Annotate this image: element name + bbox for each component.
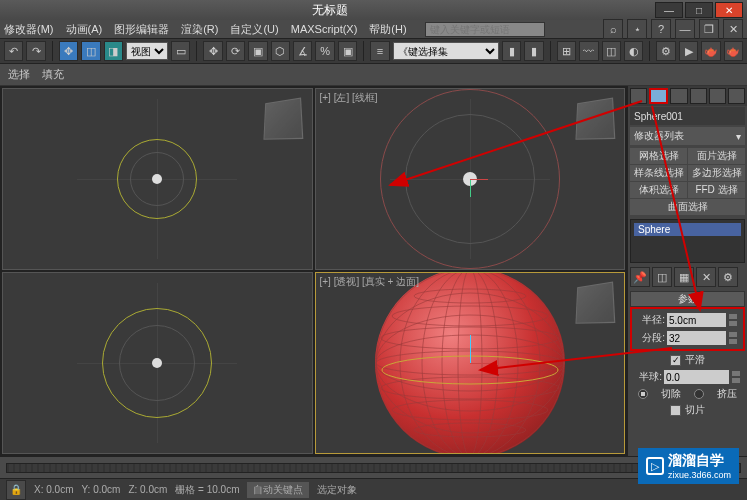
move-button[interactable]: ✥ [203,41,222,61]
percent-snap-button[interactable]: % [315,41,334,61]
menu-help[interactable]: 帮助(H) [369,22,406,37]
close-button[interactable]: ✕ [715,2,743,18]
teapot-icon[interactable]: 🫖 [724,41,743,61]
show-end-result-button[interactable]: ◫ [652,267,672,287]
scale-button[interactable]: ▣ [248,41,267,61]
lock-icon[interactable]: 🔒 [6,480,26,500]
face-select[interactable]: 面片选择 [688,148,745,164]
maximize-button[interactable]: □ [685,2,713,18]
command-panel: Sphere001 修改器列表 ▾ 网格选择 面片选择 样条线选择 多边形选择 … [627,86,747,456]
squash-radio[interactable] [694,389,704,399]
volume-select[interactable]: 体积选择 [630,182,687,198]
titlebar-icon[interactable]: ? [651,19,671,39]
watermark-brand: 溜溜自学 [668,452,731,470]
viewport-label[interactable]: [+] [左] [线框] [320,91,378,105]
toolbar-icon[interactable]: ▮ [524,41,543,61]
pin-stack-button[interactable]: 📌 [630,267,650,287]
menu-customize[interactable]: 自定义(U) [230,22,278,37]
timeline[interactable] [0,456,747,478]
segments-spinner[interactable] [728,331,738,345]
view-mode-select[interactable]: 视图 [126,42,168,60]
mirror-button[interactable]: ▣ [338,41,357,61]
fill-label: 填充 [42,67,64,82]
redo-button[interactable]: ↷ [26,41,45,61]
configure-button[interactable]: ⚙ [718,267,738,287]
angle-snap-button[interactable]: ∡ [293,41,312,61]
schematic-button[interactable]: ◫ [602,41,621,61]
menu-maxscript[interactable]: MAXScript(X) [291,23,358,35]
radius-spinner[interactable] [728,313,738,327]
unlink-button[interactable]: ◫ [81,41,100,61]
x-coord: X: 0.0cm [34,484,73,495]
make-unique-button[interactable]: ▦ [674,267,694,287]
slice-checkbox[interactable] [670,405,681,416]
titlebar-minimize2[interactable]: — [675,19,695,39]
selection-set-select[interactable]: 《键选择集 [393,42,499,60]
hemisphere-input[interactable]: 0.0 [664,370,729,384]
modify-tab[interactable] [649,88,668,104]
grid-size: 栅格 = 10.0cm [175,483,239,497]
rotate-button[interactable]: ⟳ [226,41,245,61]
selection-status: 选定对象 [317,483,357,497]
viewcube[interactable] [575,98,615,140]
viewcube[interactable] [263,98,303,140]
mesh-select[interactable]: 网格选择 [630,148,687,164]
viewport-left[interactable]: [+] [左] [线框] [315,88,626,270]
remove-modifier-button[interactable]: ✕ [696,267,716,287]
utilities-tab[interactable] [728,88,745,104]
minimize-button[interactable]: — [655,2,683,18]
dropdown-arrow-icon[interactable]: ▾ [736,131,741,142]
smooth-checkbox[interactable]: ✓ [670,355,681,366]
poly-select[interactable]: 多边形选择 [688,165,745,181]
motion-tab[interactable] [690,88,707,104]
y-coord: Y: 0.0cm [81,484,120,495]
titlebar-restore[interactable]: ❐ [699,19,719,39]
curve-editor-button[interactable]: 〰 [579,41,598,61]
ffd-select[interactable]: FFD 选择 [688,182,745,198]
undo-button[interactable]: ↶ [4,41,23,61]
titlebar-icon[interactable]: ⌕ [603,19,623,39]
modifier-stack-item[interactable]: Sphere [634,223,741,236]
snap-button[interactable]: ⬡ [271,41,290,61]
render-setup-button[interactable]: ⚙ [656,41,675,61]
titlebar-icon[interactable]: ⋆ [627,19,647,39]
titlebar-close2[interactable]: ✕ [723,19,743,39]
bind-button[interactable]: ◨ [104,41,123,61]
object-name-field[interactable]: Sphere001 [630,107,745,125]
svg-point-12 [414,423,526,437]
menu-graph-editors[interactable]: 图形编辑器 [114,22,169,37]
teapot-icon[interactable]: 🫖 [701,41,720,61]
viewport-top[interactable] [2,88,313,270]
hemisphere-spinner[interactable] [731,370,741,384]
align-button[interactable]: ≡ [370,41,389,61]
menu-rendering[interactable]: 渲染(R) [181,22,218,37]
display-tab[interactable] [709,88,726,104]
toolbar-icon[interactable]: ▮ [502,41,521,61]
segments-input[interactable]: 32 [667,331,726,345]
squash-label: 挤压 [717,387,737,401]
params-rollout-header[interactable]: 参数 [630,291,745,307]
select-button[interactable]: ▭ [171,41,190,61]
slice-label: 切片 [685,403,705,417]
autokey-button[interactable]: 自动关键点 [247,482,309,498]
spline-select[interactable]: 样条线选择 [630,165,687,181]
layer-button[interactable]: ⊞ [557,41,576,61]
viewport-perspective[interactable]: [+] [透视] [真实 + 边面] [315,272,626,454]
link-button[interactable]: ✥ [59,41,78,61]
modifier-list-dropdown[interactable]: 修改器列表 [634,129,736,143]
material-editor-button[interactable]: ◐ [624,41,643,61]
menu-modifiers[interactable]: 修改器(M) [4,22,54,37]
window-title: 无标题 [4,2,655,19]
surface-select[interactable]: 曲面选择 [630,199,745,215]
viewport-label[interactable]: [+] [透视] [真实 + 边面] [320,275,419,289]
radius-input[interactable]: 5.0cm [667,313,726,327]
hierarchy-tab[interactable] [670,88,687,104]
render-button[interactable]: ▶ [679,41,698,61]
search-input[interactable] [425,22,545,37]
menu-animation[interactable]: 动画(A) [66,22,103,37]
radius-label: 半径: [637,313,665,327]
viewcube[interactable] [575,282,615,324]
create-tab[interactable] [630,88,647,104]
viewport-front[interactable] [2,272,313,454]
chop-radio[interactable] [638,389,648,399]
